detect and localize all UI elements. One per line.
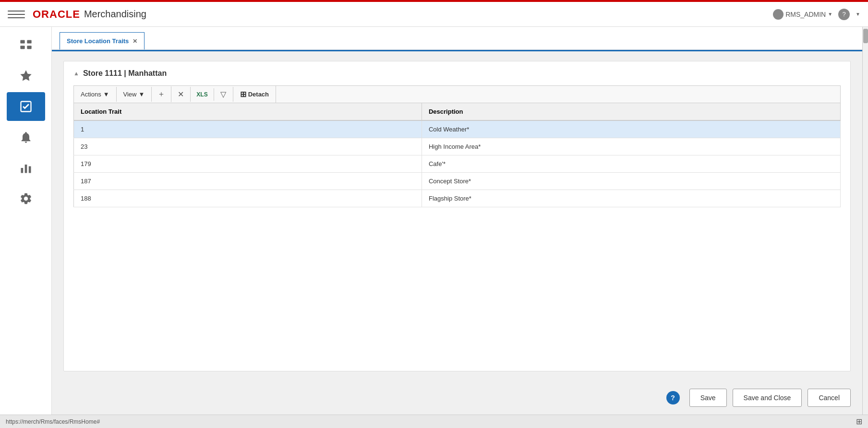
collapse-icon[interactable]: ▲ [73,70,79,77]
toolbar: Actions ▼ View ▼ ＋ ✕ XLS [73,85,841,103]
table-row[interactable]: 23High Income Area* [74,138,841,155]
col-header-trait: Location Trait [74,103,422,121]
filter-button[interactable]: ▽ [214,87,233,102]
tasks-icon [19,100,33,113]
help-chevron-icon: ▼ [856,12,860,17]
description-cell: Concept Store* [422,173,840,190]
sidebar-item-reports[interactable] [7,154,45,182]
actions-label: Actions [81,91,101,98]
section-title: Store 1111 | Manhattan [83,69,167,78]
tab-close-icon[interactable]: ✕ [133,38,137,45]
trait-cell: 23 [74,138,422,155]
help-action-icon[interactable]: ? [666,391,680,404]
svg-rect-3 [27,46,31,49]
top-bar-right: RMS_ADMIN ▼ ? ▼ [773,9,860,20]
table-header-row: Location Trait Description [74,103,841,121]
description-cell: Cafe'* [422,155,840,173]
status-url: https://merch/Rms/faces/RmsHome# [6,418,100,425]
view-chevron-icon: ▼ [138,91,145,98]
save-close-button[interactable]: Save and Close [733,389,802,407]
description-cell: Cold Weather* [422,120,840,138]
svg-rect-0 [20,40,24,44]
sidebar-item-favorites[interactable] [7,61,45,90]
table-row[interactable]: 187Concept Store* [74,173,841,190]
add-icon: ＋ [157,89,165,99]
chart-icon [19,161,33,175]
hamburger-menu[interactable] [8,6,25,23]
svg-marker-4 [20,70,31,81]
oracle-logo: ORACLE Merchandising [33,8,146,21]
detach-button[interactable]: ⊞ Detach [233,86,276,103]
oracle-brand: ORACLE [33,8,80,21]
status-icon: ⊞ [856,417,862,426]
status-bar: https://merch/Rms/faces/RmsHome# ⊞ [0,415,868,428]
trait-cell: 187 [74,173,422,190]
filter-icon: ▽ [220,90,226,99]
detach-label: Detach [248,91,269,98]
scrollbar[interactable] [862,27,868,415]
help-icon[interactable]: ? [838,9,850,20]
tab-bar: Store Location Traits ✕ [52,27,862,50]
section-header: ▲ Store 1111 | Manhattan [73,69,841,78]
top-bar: ORACLE Merchandising RMS_ADMIN ▼ ? ▼ [0,0,868,27]
section-card: ▲ Store 1111 | Manhattan Actions ▼ View … [63,61,851,371]
export-excel-button[interactable]: XLS [191,88,214,101]
actions-chevron-icon: ▼ [103,91,109,98]
svg-rect-7 [24,165,27,173]
tab-label: Store Location Traits [67,37,129,45]
svg-rect-8 [28,166,31,173]
excel-icon: XLS [196,91,207,98]
tab-store-location-traits[interactable]: Store Location Traits ✕ [60,32,145,49]
content-area: Store Location Traits ✕ ▲ Store 1111 | M… [52,27,862,415]
svg-rect-6 [21,168,23,173]
star-icon [19,69,33,83]
user-menu[interactable]: RMS_ADMIN ▼ [773,9,832,20]
app-title: Merchandising [84,9,146,20]
description-cell: Flagship Store* [422,190,840,207]
gear-icon [19,192,33,205]
add-button[interactable]: ＋ [152,86,171,102]
table-row[interactable]: 188Flagship Store* [74,190,841,207]
svg-rect-2 [20,46,24,49]
page-content: ▲ Store 1111 | Manhattan Actions ▼ View … [52,51,862,381]
svg-rect-1 [27,40,31,44]
user-avatar-icon [773,9,784,20]
delete-button[interactable]: ✕ [171,87,191,102]
grid-icon [19,38,33,52]
view-label: View [123,91,137,98]
table-row[interactable]: 1Cold Weather* [74,120,841,138]
cancel-button[interactable]: Cancel [808,389,851,407]
sidebar-item-tasks[interactable] [7,92,45,121]
user-name: RMS_ADMIN [785,11,826,18]
col-header-description: Description [422,103,840,121]
bell-icon [19,131,33,144]
main-layout: Store Location Traits ✕ ▲ Store 1111 | M… [0,27,868,415]
table-row[interactable]: 179Cafe'* [74,155,841,173]
view-button[interactable]: View ▼ [117,87,152,102]
user-chevron-icon: ▼ [828,12,832,17]
save-label: Save [700,394,716,402]
delete-icon: ✕ [178,90,184,99]
sidebar [0,27,52,415]
sidebar-item-notifications[interactable] [7,123,45,152]
trait-cell: 1 [74,120,422,138]
description-cell: High Income Area* [422,138,840,155]
trait-cell: 188 [74,190,422,207]
detach-grid-icon: ⊞ [240,90,246,99]
cancel-label: Cancel [819,394,840,402]
location-traits-table: Location Trait Description 1Cold Weather… [73,103,841,207]
sidebar-item-menu[interactable] [7,31,45,59]
sidebar-item-settings[interactable] [7,184,45,213]
save-button[interactable]: Save [689,389,727,407]
action-bar: ? Save Save and Close Cancel [52,381,862,415]
actions-button[interactable]: Actions ▼ [74,87,117,102]
trait-cell: 179 [74,155,422,173]
save-close-label: Save and Close [744,394,791,402]
